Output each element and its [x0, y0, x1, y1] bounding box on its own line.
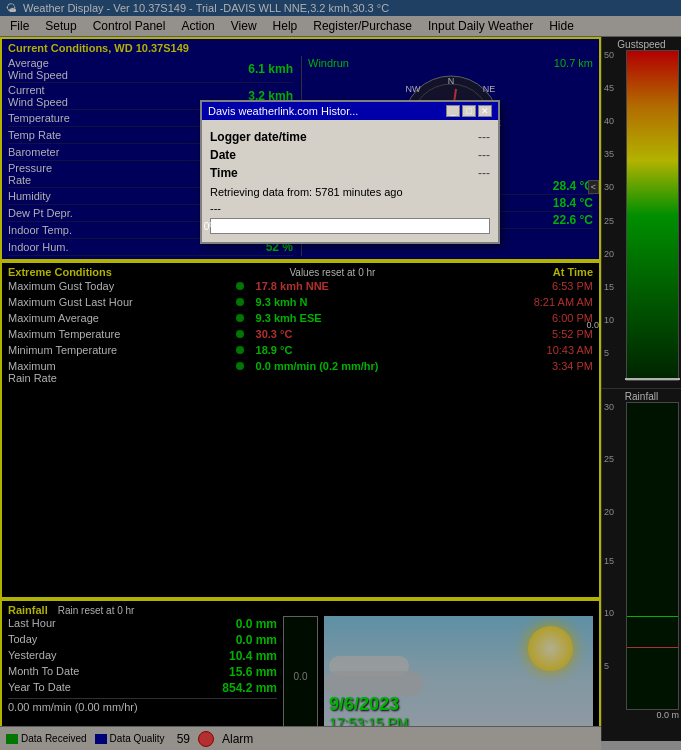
- modal-title: Davis weatherlink.com Histor...: [208, 105, 358, 117]
- modal-date-row: Date ---: [210, 146, 490, 164]
- modal-logger-sep: ---: [478, 130, 490, 144]
- modal-controls: _ □ ✕: [446, 105, 492, 117]
- modal-minimize[interactable]: _: [446, 105, 460, 117]
- modal-time-value: ---: [478, 166, 490, 180]
- modal-time-row: Time ---: [210, 164, 490, 182]
- modal-close[interactable]: ✕: [478, 105, 492, 117]
- progress-bar-container: 0%: [210, 218, 490, 234]
- modal-dots: ---: [210, 202, 490, 214]
- modal-body: Logger date/time --- Date --- Time --- R…: [202, 120, 498, 242]
- modal-overlay: Davis weatherlink.com Histor... _ □ ✕ Lo…: [0, 0, 681, 750]
- progress-text: 0%: [204, 221, 218, 232]
- modal-time-label: Time: [210, 166, 238, 180]
- modal-maximize[interactable]: □: [462, 105, 476, 117]
- modal-retrieving-msg: Retrieving data from: 5781 minutes ago: [210, 182, 490, 202]
- modal-date-label: Date: [210, 148, 236, 162]
- modal-title-bar: Davis weatherlink.com Histor... _ □ ✕: [202, 102, 498, 120]
- modal-date-value: ---: [478, 148, 490, 162]
- modal-dialog: Davis weatherlink.com Histor... _ □ ✕ Lo…: [200, 100, 500, 244]
- modal-logger-label: Logger date/time: [210, 130, 307, 144]
- modal-logger-row: Logger date/time ---: [210, 128, 490, 146]
